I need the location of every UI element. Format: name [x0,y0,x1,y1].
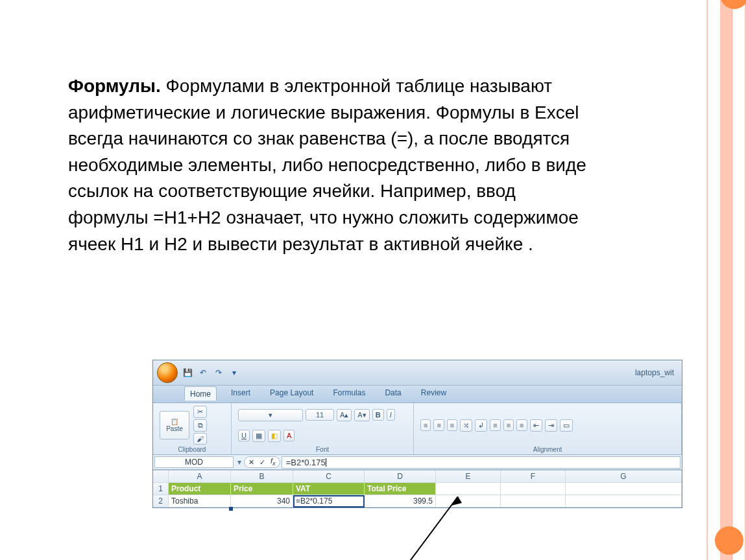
bold-icon[interactable]: B [372,409,384,421]
fx-icon[interactable]: fx [271,457,276,467]
dropdown-icon[interactable]: ▾ [228,367,240,379]
cell-B1[interactable]: Price [231,483,293,495]
decrease-font-icon[interactable]: A▾ [354,409,369,421]
cell-C1[interactable]: VAT [293,483,365,495]
increase-indent-icon[interactable]: ⇥ [545,419,557,432]
tab-home[interactable]: Home [184,386,217,401]
tab-page-layout[interactable]: Page Layout [265,386,319,400]
cell-F2[interactable] [501,495,566,508]
alignment-label: Alignment [420,446,675,453]
group-alignment: ≡ ≡ ≡ ⤭ ↲ ≡ ≡ ≡ ⇤ ⇥ ▭ Alignment [414,403,682,454]
heading-word: Формулы. [68,76,161,96]
tab-review[interactable]: Review [416,386,451,400]
col-E[interactable]: E [436,471,501,483]
selection-handle-icon [229,507,233,511]
cell-F1[interactable] [501,483,566,495]
group-clipboard: 📋 Paste ✂ ⧉ 🖌 Clipboard [153,403,232,454]
text-caret [326,458,326,467]
col-D[interactable]: D [365,471,436,483]
row-2-head[interactable]: 2 [153,495,169,508]
select-all-cell[interactable] [153,471,169,483]
italic-icon[interactable]: I [387,409,395,421]
cell-D1[interactable]: Total Price [365,483,436,495]
workbook-title: laptops_wit [244,368,678,377]
table-row: 1 Product Price VAT Total Price [153,483,682,495]
paragraph: Формулы. Формулами в электронной таблице… [68,73,600,257]
font-size-select[interactable]: 11 [306,409,334,421]
slide-body: Формулы. Формулами в электронной таблице… [0,0,746,257]
col-C[interactable]: C [293,471,365,483]
cell-A1[interactable]: Product [169,483,231,495]
accent-stripe [706,0,746,560]
excel-screenshot: 💾 ↶ ↷ ▾ laptops_wit Home Insert Page Lay… [152,360,682,508]
align-right-icon[interactable]: ≡ [516,419,527,431]
cell-D2[interactable]: 399.5 [365,495,436,508]
cell-G2[interactable] [566,495,682,508]
cell-A2[interactable]: Toshiba [169,495,231,508]
group-font: ▾ 11 A▴ A▾ B I U ▦ ◧ A Font [232,403,414,454]
decrease-indent-icon[interactable]: ⇤ [530,419,542,432]
worksheet-grid: A B C D E F G 1 Product Price VAT Total … [153,470,682,508]
wrap-text-icon[interactable]: ↲ [475,419,487,432]
increase-font-icon[interactable]: A▴ [337,409,352,421]
formula-bar: MOD ▾ ✕ ✓ fx =B2*0.175 [153,455,682,470]
ribbon-tabs: Home Insert Page Layout Formulas Data Re… [153,386,682,403]
enter-icon[interactable]: ✓ [259,458,265,467]
body-text: Формулами в электронной таблице называют… [68,76,586,254]
font-label: Font [238,446,407,453]
paste-button[interactable]: 📋 Paste [160,411,189,439]
cell-E1[interactable] [436,483,501,495]
accent-circle-bottom [715,526,743,555]
save-icon[interactable]: 💾 [182,367,193,379]
redo-icon[interactable]: ↷ [213,367,224,379]
excel-titlebar: 💾 ↶ ↷ ▾ laptops_wit [153,360,682,386]
col-B[interactable]: B [231,471,293,483]
office-button-icon[interactable] [157,362,178,383]
align-center-icon[interactable]: ≡ [503,419,514,431]
cut-icon[interactable]: ✂ [193,406,207,418]
formula-input[interactable]: =B2*0.175 [282,456,680,469]
fill-color-icon[interactable]: ◧ [268,430,281,442]
paste-label: Paste [166,425,183,432]
align-left-icon[interactable]: ≡ [490,419,500,431]
copy-icon[interactable]: ⧉ [193,419,207,432]
table-row: 2 Toshiba 340 =B2*0.175 399.5 [153,495,682,508]
clipboard-label: Clipboard [160,446,224,453]
underline-icon[interactable]: U [238,430,250,441]
cell-E2[interactable] [436,495,501,508]
formula-controls: ✕ ✓ fx [244,456,280,467]
namebox-dropdown-icon[interactable]: ▾ [235,458,244,467]
tab-insert[interactable]: Insert [226,386,256,400]
col-G[interactable]: G [566,471,682,483]
cell-B2[interactable]: 340 [231,495,293,508]
cell-C2-active[interactable]: =B2*0.175 [293,495,365,508]
column-headers: A B C D E F G [153,471,682,483]
format-painter-icon[interactable]: 🖌 [193,433,207,445]
merge-icon[interactable]: ▭ [560,419,573,432]
row-1-head[interactable]: 1 [153,483,169,495]
font-name-select[interactable]: ▾ [238,409,303,421]
col-F[interactable]: F [501,471,566,483]
align-bottom-icon[interactable]: ≡ [447,419,457,431]
align-top-icon[interactable]: ≡ [420,419,431,431]
undo-icon[interactable]: ↶ [197,367,209,379]
align-middle-icon[interactable]: ≡ [433,419,444,431]
border-icon[interactable]: ▦ [252,430,265,442]
ribbon: 📋 Paste ✂ ⧉ 🖌 Clipboard ▾ 11 A▴ A▾ B I U [153,403,682,455]
cell-G1[interactable] [566,483,682,495]
clipboard-icon: 📋 [171,418,178,425]
cancel-icon[interactable]: ✕ [248,458,254,467]
col-A[interactable]: A [169,471,231,483]
orientation-icon[interactable]: ⤭ [460,419,472,432]
tab-data[interactable]: Data [379,386,406,400]
tab-formulas[interactable]: Formulas [328,386,370,400]
font-color-icon[interactable]: A [283,430,295,441]
name-box[interactable]: MOD [154,456,234,468]
formula-text: =B2*0.175 [286,458,326,467]
